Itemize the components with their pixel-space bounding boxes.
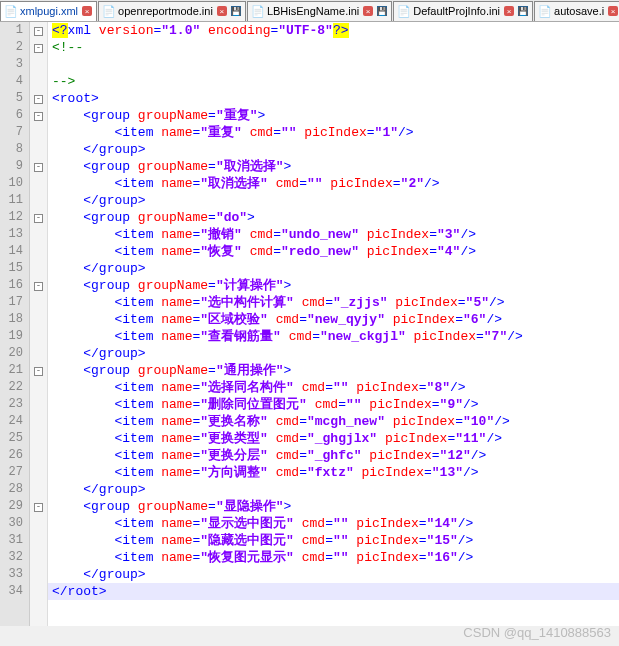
fold-cell: - <box>30 277 47 294</box>
code-line[interactable]: <!-- <box>48 39 619 56</box>
line-number: 1 <box>0 22 29 39</box>
fold-toggle-icon[interactable]: - <box>34 95 43 104</box>
fold-cell <box>30 532 47 549</box>
code-line[interactable]: <item name="更换名称" cmd="mcgh_new" picInde… <box>48 413 619 430</box>
fold-cell <box>30 311 47 328</box>
code-line[interactable]: <item name="选中构件计算" cmd="_zjjs" picIndex… <box>48 294 619 311</box>
code-line[interactable]: <group groupName="通用操作"> <box>48 362 619 379</box>
fold-cell <box>30 583 47 600</box>
fold-cell: - <box>30 39 47 56</box>
file-icon: 📄 <box>539 5 551 17</box>
code-line[interactable]: <?xml version="1.0" encoding="UTF-8"?> <box>48 22 619 39</box>
line-number: 23 <box>0 396 29 413</box>
line-number: 20 <box>0 345 29 362</box>
code-line[interactable]: <group groupName="显隐操作"> <box>48 498 619 515</box>
close-icon[interactable]: × <box>504 6 514 16</box>
code-line[interactable]: <item name="区域校验" cmd="new_qyjy" picInde… <box>48 311 619 328</box>
tab[interactable]: 📄LBHisEngName.ini×💾 <box>247 1 392 21</box>
code-line[interactable]: <item name="重复" cmd="" picIndex="1"/> <box>48 124 619 141</box>
fold-cell <box>30 294 47 311</box>
fold-cell <box>30 328 47 345</box>
line-number: 26 <box>0 447 29 464</box>
code-line[interactable]: <item name="删除同位置图元" cmd="" picIndex="9"… <box>48 396 619 413</box>
fold-cell <box>30 56 47 73</box>
code-line[interactable]: <item name="查看钢筋量" cmd="new_ckgjl" picIn… <box>48 328 619 345</box>
line-number: 9 <box>0 158 29 175</box>
fold-cell <box>30 192 47 209</box>
fold-cell: - <box>30 158 47 175</box>
fold-toggle-icon[interactable]: - <box>34 44 43 53</box>
tab-label: LBHisEngName.ini <box>267 5 359 17</box>
close-icon[interactable]: × <box>363 6 373 16</box>
code-line[interactable]: <group groupName="重复"> <box>48 107 619 124</box>
code-line[interactable]: <item name="恢复图元显示" cmd="" picIndex="16"… <box>48 549 619 566</box>
fold-toggle-icon[interactable]: - <box>34 282 43 291</box>
file-icon: 📄 <box>5 5 17 17</box>
code-line[interactable]: </group> <box>48 192 619 209</box>
code-line[interactable]: <item name="撤销" cmd="undo_new" picIndex=… <box>48 226 619 243</box>
fold-cell <box>30 481 47 498</box>
fold-toggle-icon[interactable]: - <box>34 367 43 376</box>
fold-cell: - <box>30 498 47 515</box>
code-line[interactable]: </group> <box>48 566 619 583</box>
fold-cell <box>30 413 47 430</box>
fold-cell <box>30 260 47 277</box>
code-line[interactable]: </root> <box>48 583 619 600</box>
close-icon[interactable]: × <box>82 6 92 16</box>
code-line[interactable]: <group groupName="取消选择"> <box>48 158 619 175</box>
file-icon: 📄 <box>398 5 410 17</box>
line-number: 16 <box>0 277 29 294</box>
line-number: 4 <box>0 73 29 90</box>
code-line[interactable]: <item name="显示选中图元" cmd="" picIndex="14"… <box>48 515 619 532</box>
fold-cell <box>30 73 47 90</box>
close-icon[interactable]: × <box>608 6 618 16</box>
line-number: 31 <box>0 532 29 549</box>
fold-cell <box>30 447 47 464</box>
dirty-icon: 💾 <box>231 6 241 16</box>
tab[interactable]: 📄DefaultProjInfo.ini×💾 <box>393 1 533 21</box>
line-number: 15 <box>0 260 29 277</box>
code-line[interactable]: </group> <box>48 345 619 362</box>
code-line[interactable]: <item name="选择同名构件" cmd="" picIndex="8"/… <box>48 379 619 396</box>
fold-toggle-icon[interactable]: - <box>34 163 43 172</box>
close-icon[interactable]: × <box>217 6 227 16</box>
code-line[interactable] <box>48 56 619 73</box>
tab[interactable]: 📄openreportmode.ini×💾 <box>98 1 246 21</box>
fold-cell <box>30 345 47 362</box>
code-line[interactable]: --> <box>48 73 619 90</box>
code-line[interactable]: <root> <box>48 90 619 107</box>
code-line[interactable]: </group> <box>48 260 619 277</box>
fold-cell <box>30 243 47 260</box>
line-number: 17 <box>0 294 29 311</box>
code-line[interactable]: <item name="更换分层" cmd="_ghfc" picIndex="… <box>48 447 619 464</box>
code-line[interactable]: <item name="方向调整" cmd="fxtz" picIndex="1… <box>48 464 619 481</box>
fold-cell <box>30 464 47 481</box>
code-line[interactable]: <item name="更换类型" cmd="_ghgjlx" picIndex… <box>48 430 619 447</box>
tab-bar: 📄xmlpugi.xml×📄openreportmode.ini×💾📄LBHis… <box>0 0 619 22</box>
line-number: 34 <box>0 583 29 600</box>
dirty-icon: 💾 <box>518 6 528 16</box>
line-number: 21 <box>0 362 29 379</box>
code-line[interactable]: <item name="隐藏选中图元" cmd="" picIndex="15"… <box>48 532 619 549</box>
code-line[interactable]: </group> <box>48 141 619 158</box>
code-line[interactable]: <group groupName="do"> <box>48 209 619 226</box>
code-area[interactable]: <?xml version="1.0" encoding="UTF-8"?><!… <box>48 22 619 626</box>
fold-cell <box>30 175 47 192</box>
fold-toggle-icon[interactable]: - <box>34 503 43 512</box>
fold-column: --------- <box>30 22 48 626</box>
fold-toggle-icon[interactable]: - <box>34 214 43 223</box>
fold-cell: - <box>30 362 47 379</box>
tab-label: DefaultProjInfo.ini <box>413 5 500 17</box>
tab[interactable]: 📄autosave.i× <box>534 1 619 21</box>
code-line[interactable]: <group groupName="计算操作"> <box>48 277 619 294</box>
fold-cell <box>30 515 47 532</box>
code-line[interactable]: <item name="取消选择" cmd="" picIndex="2"/> <box>48 175 619 192</box>
fold-cell: - <box>30 90 47 107</box>
tab[interactable]: 📄xmlpugi.xml× <box>0 1 97 21</box>
line-number: 10 <box>0 175 29 192</box>
code-line[interactable]: <item name="恢复" cmd="redo_new" picIndex=… <box>48 243 619 260</box>
line-numbers: 1234567891011121314151617181920212223242… <box>0 22 30 626</box>
fold-toggle-icon[interactable]: - <box>34 27 43 36</box>
fold-toggle-icon[interactable]: - <box>34 112 43 121</box>
code-line[interactable]: </group> <box>48 481 619 498</box>
